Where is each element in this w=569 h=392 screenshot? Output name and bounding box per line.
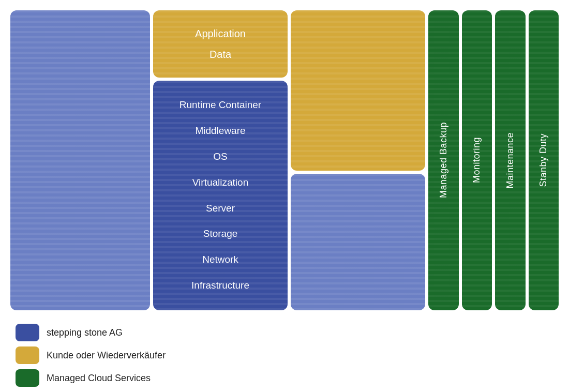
gold-large-block xyxy=(291,10,425,171)
infrastructure-label: Infrastructure xyxy=(157,278,283,293)
maintenance-label: Maintenance xyxy=(505,132,516,189)
legend-swatch-green xyxy=(16,369,39,387)
col-mid: Application Data Runtime Container Middl… xyxy=(153,10,288,310)
legend-text-green: Managed Cloud Services xyxy=(47,373,151,384)
green-bar-3: Stanby Duty xyxy=(529,10,559,310)
stanby-duty-label: Stanby Duty xyxy=(538,133,549,187)
green-bar-0: Managed Backup xyxy=(428,10,459,310)
monitoring-label: Monitoring xyxy=(471,137,482,183)
diagram-area: Application Data Runtime Container Middl… xyxy=(5,5,564,315)
col-left-block xyxy=(10,10,150,310)
green-bar-2: Maintenance xyxy=(495,10,526,310)
legend-item-gold: Kunde oder Wiederverkäufer xyxy=(16,346,553,364)
blue-stack-block: Runtime Container Middleware OS Virtuali… xyxy=(153,81,288,310)
application-label: Application xyxy=(195,23,246,44)
server-label: Server xyxy=(157,201,283,216)
data-label: Data xyxy=(209,44,231,65)
legend: stepping stone AG Kunde oder Wiederverkä… xyxy=(5,315,564,392)
legend-text-gold: Kunde oder Wiederverkäufer xyxy=(47,350,166,361)
os-label: OS xyxy=(157,149,283,164)
col-green-bars: Managed Backup Monitoring Maintenance St… xyxy=(428,10,559,310)
middleware-label: Middleware xyxy=(157,124,283,139)
col-mid2 xyxy=(291,10,425,310)
green-bar-1: Monitoring xyxy=(462,10,492,310)
runtime-label: Runtime Container xyxy=(157,98,283,113)
legend-text-blue: stepping stone AG xyxy=(47,327,123,338)
legend-swatch-blue xyxy=(16,324,39,341)
managed-backup-label: Managed Backup xyxy=(438,122,449,198)
storage-label: Storage xyxy=(157,227,283,242)
virtualization-label: Virtualization xyxy=(157,175,283,190)
legend-swatch-gold xyxy=(16,346,39,364)
gold-top-block: Application Data xyxy=(153,10,288,78)
main-container: Application Data Runtime Container Middl… xyxy=(0,0,569,392)
network-label: Network xyxy=(157,252,283,267)
blue-large-block xyxy=(291,174,425,310)
legend-item-blue: stepping stone AG xyxy=(16,324,553,341)
legend-item-green: Managed Cloud Services xyxy=(16,369,553,387)
